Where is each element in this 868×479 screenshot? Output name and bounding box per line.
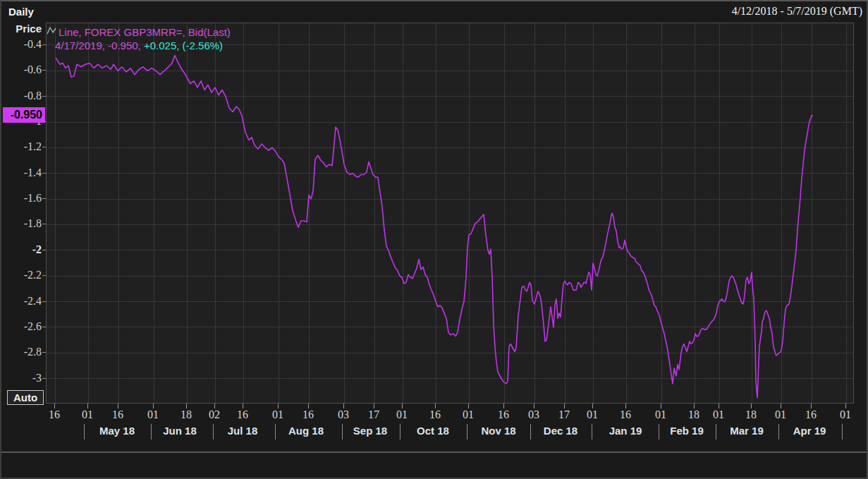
y-tick-mark xyxy=(42,327,46,327)
y-tick-mark xyxy=(42,96,46,97)
x-tick-mark xyxy=(751,404,752,408)
y-tick-label: -1.6 xyxy=(1,192,42,205)
x-tick-label: 16 xyxy=(49,408,60,421)
month-label: Feb 19 xyxy=(670,425,704,437)
y-tick-label: -1.4 xyxy=(1,166,42,179)
month-label: Dec 18 xyxy=(544,425,577,437)
month-label: Aug 18 xyxy=(288,425,324,437)
series-legend: Line, FOREX GBP3MRR=, Bid(Last) 4/17/201… xyxy=(47,25,231,52)
month-separator xyxy=(592,424,592,439)
chart-window: Daily 4/12/2018 - 5/7/2019 (GMT) Price L… xyxy=(0,0,868,479)
y-tick-mark xyxy=(42,301,46,302)
y-tick-label: -2.6 xyxy=(1,320,42,333)
month-separator xyxy=(275,424,276,439)
x-tick-label: 01 xyxy=(775,408,786,421)
x-tick-mark xyxy=(214,404,215,408)
y-tick-mark xyxy=(42,378,46,379)
last-price-badge: -0.950 xyxy=(3,107,45,123)
month-separator xyxy=(213,424,214,439)
x-tick-label: 01 xyxy=(147,408,159,421)
y-tick-label: -2 xyxy=(1,243,42,256)
x-tick-label: 16 xyxy=(237,408,248,421)
month-label: Jan 19 xyxy=(609,425,642,437)
month-separator xyxy=(842,424,843,439)
x-tick-mark xyxy=(118,404,118,408)
month-separator xyxy=(530,424,531,439)
month-separator xyxy=(151,424,152,439)
y-tick-mark xyxy=(42,275,46,276)
month-separator xyxy=(659,424,659,439)
y-tick-mark xyxy=(42,173,46,174)
x-tick-label: 01 xyxy=(587,408,598,421)
x-tick-mark xyxy=(503,404,504,408)
x-tick-label: 01 xyxy=(82,408,93,421)
x-tick-mark xyxy=(781,404,781,408)
x-tick-mark xyxy=(186,404,187,408)
month-separator xyxy=(400,424,401,439)
x-tick-label: 18 xyxy=(688,408,699,421)
month-separator xyxy=(716,424,716,439)
price-line-series xyxy=(56,56,813,398)
month-label: May 18 xyxy=(99,425,135,437)
line-series-icon xyxy=(47,25,57,39)
x-tick-mark xyxy=(374,404,374,408)
month-label: Nov 18 xyxy=(481,425,515,437)
footer-bar: THOMSON REUTERS xyxy=(1,453,867,478)
x-tick-label: 16 xyxy=(429,408,441,421)
month-label: Jul 18 xyxy=(228,425,258,437)
x-tick-label: 16 xyxy=(498,408,509,421)
x-tick-mark xyxy=(308,404,309,408)
x-tick-label: 01 xyxy=(463,408,474,421)
x-tick-mark xyxy=(811,404,812,408)
month-separator xyxy=(778,424,779,439)
legend-change: +0.025, (-2.56%) xyxy=(144,40,223,51)
y-tick-mark xyxy=(42,70,46,71)
chart-canvas[interactable] xyxy=(46,23,854,404)
x-tick-mark xyxy=(402,404,403,408)
date-range: 4/12/2018 - 5/7/2019 (GMT) xyxy=(732,5,862,18)
x-tick-mark xyxy=(435,404,436,408)
x-tick-mark xyxy=(278,404,279,408)
y-tick-mark xyxy=(42,352,46,353)
y-tick-mark xyxy=(42,44,46,45)
x-tick-mark xyxy=(845,404,846,408)
x-tick-label: 01 xyxy=(396,408,408,421)
auto-scale-button[interactable]: Auto xyxy=(7,390,44,405)
x-tick-mark xyxy=(625,404,626,408)
x-tick-label: 18 xyxy=(745,408,757,421)
x-tick-label: 16 xyxy=(620,408,631,421)
x-tick-mark xyxy=(661,404,661,408)
price-axis-title: Price xyxy=(1,23,42,35)
x-tick-label: 17 xyxy=(368,408,379,421)
x-tick-mark xyxy=(564,404,565,408)
legend-last-value: 4/17/2019, -0.950, xyxy=(55,40,144,51)
x-tick-mark xyxy=(534,404,534,408)
y-tick-label: -0.8 xyxy=(1,90,42,102)
y-tick-label: -2.8 xyxy=(1,346,42,358)
x-tick-mark xyxy=(343,404,344,408)
y-tick-label: -2.4 xyxy=(1,295,42,308)
x-tick-mark xyxy=(719,404,719,408)
x-tick-label: 01 xyxy=(655,408,666,421)
y-tick-mark xyxy=(42,224,46,224)
month-label: Oct 18 xyxy=(417,425,449,437)
x-tick-label: 18 xyxy=(181,408,192,421)
y-tick-label: -0.4 xyxy=(1,38,42,51)
x-tick-label: 02 xyxy=(209,408,220,421)
month-label: Jun 18 xyxy=(163,425,197,437)
x-tick-mark xyxy=(592,404,593,408)
y-tick-mark xyxy=(42,147,46,147)
y-tick-mark xyxy=(42,250,46,250)
y-tick-label: -2.2 xyxy=(1,269,42,281)
x-tick-mark xyxy=(468,404,469,408)
x-tick-label: 16 xyxy=(302,408,314,421)
y-tick-label: -3 xyxy=(1,372,42,384)
x-tick-label: 01 xyxy=(713,408,724,421)
y-tick-label: -1.8 xyxy=(1,217,42,230)
x-tick-label: 01 xyxy=(840,408,851,421)
month-label: Sep 18 xyxy=(353,425,387,437)
month-label: Mar 19 xyxy=(730,425,764,437)
x-tick-mark xyxy=(153,404,154,408)
x-tick-label: 16 xyxy=(112,408,123,421)
month-separator xyxy=(342,424,343,439)
